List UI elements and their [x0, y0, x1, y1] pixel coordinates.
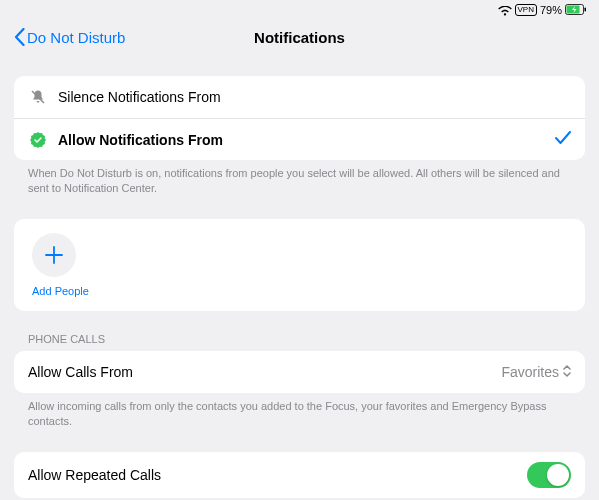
repeated-calls-toggle[interactable] [527, 462, 571, 488]
allow-calls-group: Allow Calls From Favorites [14, 351, 585, 393]
checkmark-icon [555, 131, 571, 149]
svg-rect-2 [585, 7, 587, 11]
repeated-calls-group: Allow Repeated Calls [14, 452, 585, 498]
phone-calls-header: Phone Calls [14, 333, 585, 351]
add-people-button[interactable] [32, 233, 76, 277]
updown-chevron-icon [563, 364, 571, 380]
allow-repeated-calls-row: Allow Repeated Calls [14, 452, 585, 498]
toggle-knob [547, 464, 569, 486]
repeated-calls-label: Allow Repeated Calls [28, 467, 527, 483]
bell-slash-icon [28, 89, 48, 105]
nav-header: Do Not Disturb Notifications [0, 20, 599, 58]
allow-notifications-row[interactable]: Allow Notifications From [14, 118, 585, 160]
status-bar: VPN 79% [0, 0, 599, 20]
page-title: Notifications [254, 29, 345, 46]
checkmark-seal-icon [28, 132, 48, 148]
notification-mode-group: Silence Notifications From Allow Notific… [14, 76, 585, 160]
allow-calls-footer: Allow incoming calls from only the conta… [14, 393, 585, 430]
allow-calls-from-row[interactable]: Allow Calls From Favorites [14, 351, 585, 393]
silence-label: Silence Notifications From [58, 89, 571, 105]
allow-label: Allow Notifications From [58, 132, 547, 148]
notification-mode-footer: When Do Not Disturb is on, notifications… [14, 160, 585, 197]
back-button[interactable]: Do Not Disturb [14, 28, 125, 46]
allow-calls-label: Allow Calls From [28, 364, 501, 380]
allow-calls-value: Favorites [501, 364, 559, 380]
wifi-icon [498, 4, 512, 16]
chevron-left-icon [14, 28, 25, 46]
vpn-indicator: VPN [515, 4, 537, 16]
back-label: Do Not Disturb [27, 29, 125, 46]
plus-icon [44, 245, 64, 265]
silence-notifications-row[interactable]: Silence Notifications From [14, 76, 585, 118]
add-people-label: Add People [32, 285, 567, 297]
battery-percentage: 79% [540, 4, 562, 16]
add-people-group: Add People [14, 219, 585, 311]
battery-icon [565, 4, 587, 17]
